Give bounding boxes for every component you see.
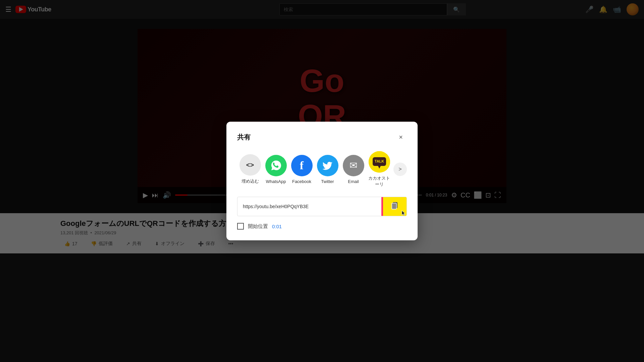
email-icon: ✉ (343, 155, 364, 176)
share-item-facebook[interactable]: f Facebook (289, 155, 315, 184)
modal-header: 共有 × (237, 131, 407, 143)
share-item-whatsapp[interactable]: WhatsApp (263, 155, 289, 184)
copy-icon (390, 201, 399, 212)
share-modal: 共有 × <> 埋め込む WhatsApp f Facebook (226, 122, 418, 240)
svg-rect-5 (392, 203, 396, 209)
embed-icon: <> (239, 154, 261, 176)
email-label: Email (348, 179, 359, 184)
facebook-icon: f (291, 155, 313, 176)
modal-title: 共有 (237, 133, 251, 142)
copy-button[interactable] (382, 197, 407, 216)
twitter-icon (317, 155, 338, 176)
share-next-button[interactable]: > (393, 163, 407, 176)
kakaostory-icon: TALK (369, 151, 390, 173)
embed-label: 埋め込む (241, 178, 259, 184)
checkbox-row: 開始位置 0:01 (237, 223, 407, 230)
whatsapp-label: WhatsApp (266, 179, 286, 184)
kakaostory-label: カカオストーリ (366, 175, 392, 187)
twitter-label: Twitter (321, 179, 334, 184)
share-item-twitter[interactable]: Twitter (315, 155, 340, 184)
start-checkbox[interactable] (237, 223, 244, 230)
url-row (237, 197, 407, 216)
share-item-email[interactable]: ✉ Email (340, 155, 366, 184)
share-item-kakaostory[interactable]: TALK カカオストーリ (366, 151, 392, 187)
share-icons-row: <> 埋め込む WhatsApp f Facebook Twitter (237, 151, 407, 187)
svg-text:TALK: TALK (374, 159, 384, 163)
whatsapp-icon (265, 155, 287, 176)
url-input[interactable] (237, 199, 382, 214)
timestamp: 0:01 (272, 224, 282, 229)
checkbox-label: 開始位置 (248, 223, 268, 230)
share-item-embed[interactable]: <> 埋め込む (237, 154, 263, 184)
facebook-label: Facebook (292, 179, 311, 184)
close-button[interactable]: × (395, 131, 407, 143)
